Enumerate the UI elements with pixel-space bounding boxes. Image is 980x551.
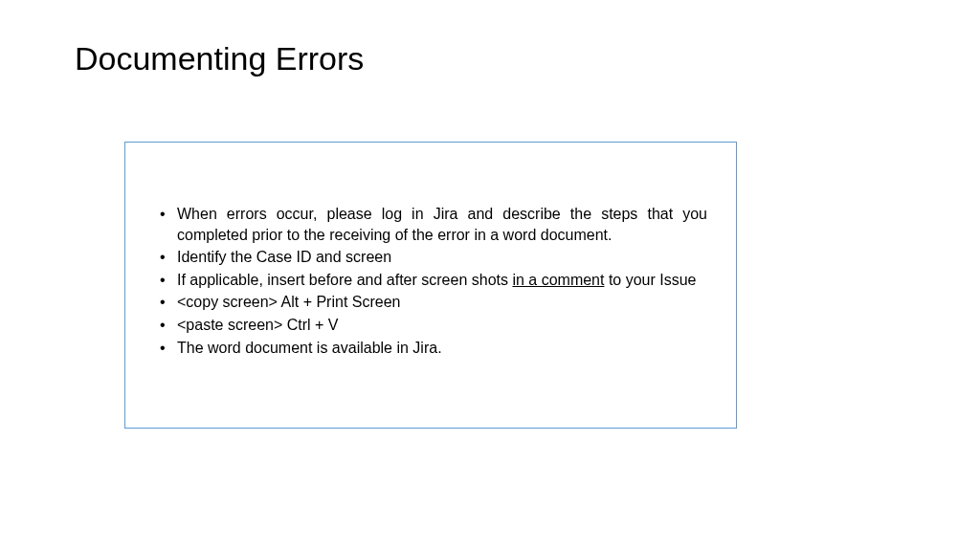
bullet-text: <copy screen> Alt + Print Screen [177,294,400,310]
content-box: When errors occur, please log in Jira an… [124,142,737,429]
bullet-text: The word document is available in Jira. [177,340,442,356]
list-item: <paste screen> Ctrl + V [154,315,707,336]
list-item: Identify the Case ID and screen [154,247,707,268]
list-item: The word document is available in Jira. [154,338,707,359]
list-item: If applicable, insert before and after s… [154,270,707,291]
bullet-underline: in a comment [512,272,604,288]
bullet-text: When errors occur, please log in Jira an… [177,206,707,243]
slide-title: Documenting Errors [75,40,364,77]
bullet-text: If applicable, insert before and after s… [177,272,512,288]
bullet-text: Identify the Case ID and screen [177,249,391,265]
list-item: When errors occur, please log in Jira an… [154,204,707,245]
list-item: <copy screen> Alt + Print Screen [154,292,707,313]
bullet-list: When errors occur, please log in Jira an… [154,204,707,358]
bullet-text-post: to your Issue [604,272,696,288]
bullet-text: <paste screen> Ctrl + V [177,317,339,333]
